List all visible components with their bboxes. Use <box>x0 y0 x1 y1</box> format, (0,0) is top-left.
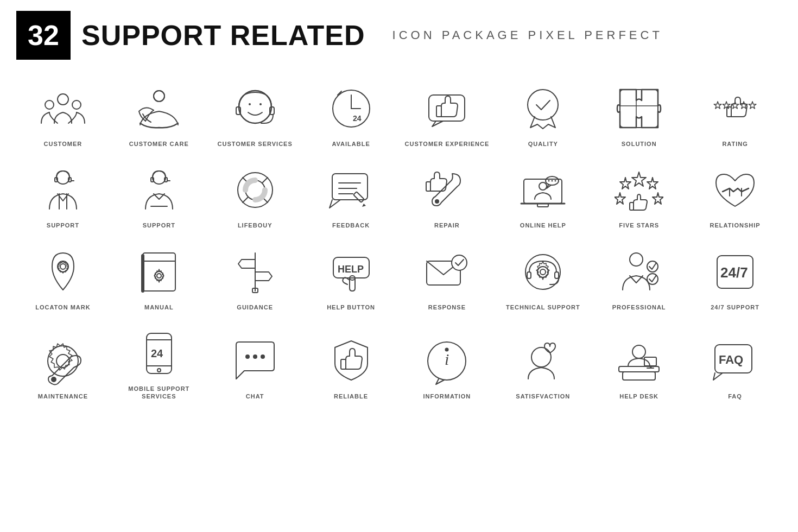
response-icon <box>420 245 474 299</box>
svg-rect-104 <box>644 357 656 366</box>
icon-response: RESPONSE <box>401 239 494 315</box>
svg-rect-102 <box>623 372 655 380</box>
svg-text:FAQ: FAQ <box>719 353 743 366</box>
guidance-icon <box>228 245 282 299</box>
icon-customer-services: CUSTOMER SERVICES <box>208 76 302 152</box>
svg-point-50 <box>552 180 553 182</box>
five-stars-icon <box>612 163 666 217</box>
svg-point-61 <box>60 264 66 269</box>
support-male-icon <box>132 163 186 217</box>
icon-lifebouy: LIFEBOUY <box>208 157 302 233</box>
help-button-icon: HELP <box>324 245 378 299</box>
information-icon: i <box>420 334 474 388</box>
svg-point-42 <box>435 199 439 204</box>
mobile-support-icon: 24 <box>132 326 186 381</box>
icon-technical-support: TECHNICAL SUPPORT <box>496 239 590 315</box>
technical-support-icon <box>516 245 570 299</box>
svg-point-95 <box>261 354 265 359</box>
svg-text:24: 24 <box>353 114 362 123</box>
icon-quality: QUALITY <box>496 76 590 152</box>
rating-label: RATING <box>722 140 748 148</box>
manual-label: MANUAL <box>144 303 174 311</box>
247-support-label: 24/7 SUPPORT <box>711 303 759 311</box>
support-male-label: SUPPORT <box>143 221 175 229</box>
relationship-label: RELATIONSHIP <box>710 221 761 229</box>
icon-professional: PROFESSIONAL <box>592 239 686 315</box>
svg-rect-96 <box>341 359 346 369</box>
icon-customer-experience: CUSTOMER EXPERIENCE <box>401 76 494 152</box>
icon-help-button: HELP HELP BUTTON <box>305 239 398 315</box>
svg-point-87 <box>51 377 56 382</box>
available-label: AVAILABLE <box>332 140 370 148</box>
help-desk-icon <box>612 334 666 388</box>
svg-marker-52 <box>632 172 646 186</box>
feedback-icon <box>324 163 378 217</box>
help-desk-label: HELP DESK <box>619 392 658 400</box>
chat-label: CHAT <box>246 392 264 400</box>
svg-point-93 <box>245 354 250 359</box>
customer-icon <box>36 81 90 136</box>
quality-label: QUALITY <box>528 140 558 148</box>
solution-icon <box>612 81 666 136</box>
svg-text:i: i <box>445 350 449 368</box>
icon-rating: ★★★★★ RATING <box>688 76 782 152</box>
svg-point-73 <box>452 255 467 270</box>
svg-point-66 <box>157 274 161 278</box>
header-title: SUPPORT RELATED <box>81 19 365 52</box>
icon-chat: CHAT <box>208 321 302 405</box>
customer-label: CUSTOMER <box>44 140 83 148</box>
icon-faq: FAQ FAQ <box>688 321 782 405</box>
svg-point-100 <box>531 347 551 367</box>
icon-maintenance: MAINTENANCE <box>16 321 110 405</box>
svg-text:24/7: 24/7 <box>720 264 748 281</box>
relationship-icon <box>708 163 762 217</box>
reliable-icon <box>324 334 378 388</box>
reliable-label: RELIABLE <box>334 392 368 400</box>
customer-care-icon <box>132 81 186 136</box>
icon-guidance: GUIDANCE <box>208 239 302 315</box>
svg-marker-56 <box>653 193 663 204</box>
professional-label: PROFESSIONAL <box>612 303 666 311</box>
svg-point-6 <box>249 103 251 105</box>
icon-support-male: SUPPORT <box>112 157 206 233</box>
icon-solution: SOLUTION <box>592 76 686 152</box>
icon-location-mark: LOCATON MARK <box>16 239 110 315</box>
svg-rect-17 <box>436 106 441 117</box>
professional-icon <box>612 245 666 299</box>
icon-information: i INFORMATION <box>401 321 494 405</box>
svg-point-7 <box>259 103 262 105</box>
svg-marker-54 <box>647 178 658 189</box>
svg-line-34 <box>262 178 268 183</box>
maintenance-icon <box>36 334 90 388</box>
icon-customer: CUSTOMER <box>16 76 110 152</box>
svg-marker-53 <box>620 178 631 189</box>
icon-repair: REPAIR <box>401 157 494 233</box>
svg-rect-37 <box>332 174 368 200</box>
chat-icon <box>228 334 282 388</box>
online-help-icon <box>516 163 570 217</box>
svg-rect-77 <box>527 272 531 278</box>
svg-point-49 <box>548 180 550 182</box>
maintenance-label: MAINTENANCE <box>38 392 88 400</box>
svg-point-76 <box>540 269 546 275</box>
icon-247-support: 24/7 24/7 SUPPORT <box>688 239 782 315</box>
header-number: 32 <box>16 11 71 60</box>
customer-experience-icon <box>420 81 474 136</box>
svg-point-103 <box>632 345 645 358</box>
support-female-icon <box>36 163 90 217</box>
svg-rect-19 <box>620 90 658 128</box>
svg-point-0 <box>58 94 68 105</box>
quality-icon <box>516 81 570 136</box>
faq-icon: FAQ <box>708 334 762 388</box>
svg-marker-55 <box>615 193 625 204</box>
help-button-label: HELP BUTTON <box>327 303 375 311</box>
svg-rect-78 <box>555 272 559 278</box>
svg-point-75 <box>537 267 548 277</box>
location-mark-icon <box>36 245 90 299</box>
icon-feedback: FEEDBACK <box>305 157 398 233</box>
icon-online-help: ONLINE HELP <box>496 157 590 233</box>
solution-label: SOLUTION <box>622 140 657 148</box>
svg-rect-101 <box>619 366 659 372</box>
icon-manual: MANUAL <box>112 239 206 315</box>
customer-care-label: CUSTOMER CARE <box>129 140 189 148</box>
